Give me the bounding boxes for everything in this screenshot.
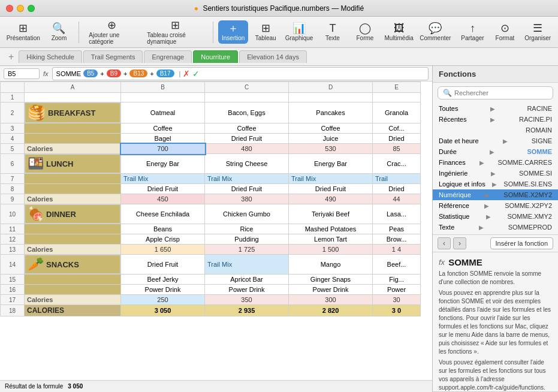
cell-b10[interactable]: Cheese Enchilada (121, 204, 205, 224)
cell-a8[interactable] (25, 184, 121, 194)
cell-c6[interactable]: String Cheese (205, 154, 289, 174)
toolbar-media[interactable]: 🖼 Multimédia (382, 20, 415, 44)
cell-d17-value[interactable]: 300 (289, 295, 373, 305)
formula-cancel-button[interactable]: ✗ (183, 69, 190, 79)
cell-e13-value[interactable]: 1 4 (373, 245, 421, 255)
cell-d10[interactable]: Teriyaki Beef (289, 204, 373, 224)
cell-e8[interactable]: Dried (373, 184, 421, 194)
category-row-statistic[interactable]: Statistique ▶ SOMME.XMY2 (433, 211, 558, 222)
cell-c17-value[interactable]: 350 (205, 295, 289, 305)
grid-container[interactable]: A B C D E 1 (0, 82, 432, 380)
cell-c12[interactable]: Pudding (205, 234, 289, 245)
tab-elevation[interactable]: Elevation 14 days (239, 50, 307, 63)
category-row-reference[interactable]: Référence ▶ SOMME.X2PY2 (433, 200, 558, 211)
cell-a7[interactable] (25, 174, 121, 184)
toolbar-text[interactable]: T Texte (318, 20, 348, 44)
toolbar-add-category[interactable]: ⊕ Ajouter une catégorie (84, 17, 140, 47)
tab-hiking-schedule[interactable]: Hiking Schedule (19, 50, 82, 63)
cell-e17-value[interactable]: 30 (373, 295, 421, 305)
cell-c13-value[interactable]: 1 725 (205, 245, 289, 255)
cell-a16[interactable] (25, 285, 121, 295)
cell-a10-dinner[interactable]: 🍖 DINNER (25, 204, 120, 224)
cell-e7-trail[interactable]: Trail (373, 174, 421, 184)
toolbar-presentation[interactable]: ⊞ Présentation (5, 20, 41, 44)
cell-d8[interactable]: Dried Fruit (289, 184, 373, 194)
category-row-all[interactable]: Toutes ▶ RACINE (433, 103, 558, 114)
toolbar-chart[interactable]: 📊 Graphique (283, 20, 315, 44)
cell-c11[interactable]: Rice (205, 224, 289, 234)
col-header-a[interactable]: A (25, 82, 121, 93)
toolbar-insertion[interactable]: ＋ Insertion (218, 20, 248, 44)
cell-b2[interactable]: Oatmeal (121, 102, 205, 123)
col-header-c[interactable]: C (205, 82, 289, 93)
cell-d13-value[interactable]: 1 500 (289, 245, 373, 255)
cell-d14[interactable]: Mango (289, 255, 373, 275)
cell-c4[interactable]: Dried Fruit (205, 134, 289, 144)
col-header-b[interactable]: B (121, 82, 205, 93)
cell-b18-total[interactable]: 3 050 (121, 305, 205, 316)
cell-b8[interactable]: Dried Fruit (121, 184, 205, 194)
cell-e16[interactable]: Power (373, 285, 421, 295)
toolbar-table[interactable]: ⊞ Tableau (251, 20, 280, 44)
toolbar-format[interactable]: ⊙ Format (490, 20, 520, 44)
tab-engrenage[interactable]: Engrenage (144, 50, 192, 63)
cell-d11-mashed[interactable]: Mashed Potatoes (289, 224, 373, 234)
cell-e5-value[interactable]: 85 (373, 144, 421, 154)
cell-c14-trail[interactable]: Trail Mix (205, 255, 289, 275)
cell-e6[interactable]: Crac... (373, 154, 421, 174)
cell-a11[interactable] (25, 224, 121, 234)
cell-c8[interactable]: Dried Fruit (205, 184, 289, 194)
col-header-d[interactable]: D (289, 82, 373, 93)
cell-c5-value[interactable]: 480 (205, 144, 289, 154)
cell-e4[interactable]: Dried (373, 134, 421, 144)
toolbar-shape[interactable]: ◯ Forme (350, 20, 380, 44)
toolbar-zoom[interactable]: 🔍 Zoom (44, 20, 74, 44)
cell-c7-trail-mix[interactable]: Trail Mix (205, 174, 289, 184)
category-row-logic[interactable]: Logique et infos ▶ SOMME.SI.ENS (433, 179, 558, 189)
search-box[interactable]: 🔍 (438, 86, 553, 99)
formula-confirm-button[interactable]: ✓ (192, 69, 200, 79)
cell-b12[interactable]: Apple Crisp (121, 234, 205, 245)
formula-input[interactable]: SOMME B5 + B9 + B13 + B17 | ✗ ✓ (52, 67, 429, 80)
cell-d7-trail-mix[interactable]: Trail Mix (289, 174, 373, 184)
insert-function-button[interactable]: Insérer la fonction (490, 237, 553, 249)
cell-c1[interactable] (205, 93, 289, 102)
cell-b7-trail-mix[interactable]: Trail Mix (121, 174, 205, 184)
cell-c10[interactable]: Chicken Gumbo (205, 204, 289, 224)
cell-a3[interactable] (25, 123, 121, 134)
nav-prev-button[interactable]: ‹ (438, 237, 451, 249)
cell-b4[interactable]: Bagel (121, 134, 205, 144)
minimize-button[interactable] (17, 5, 24, 12)
cell-d4[interactable]: Juice (289, 134, 373, 144)
cell-a1[interactable] (25, 93, 121, 102)
cell-reference-input[interactable] (4, 68, 40, 79)
cell-c3[interactable]: Coffee (205, 123, 289, 134)
cell-c15[interactable]: Apricot Bar (205, 275, 289, 285)
cell-c2[interactable]: Bacon, Eggs (205, 102, 289, 123)
cell-b11-beans[interactable]: Beans (121, 224, 205, 234)
cell-a14-snacks[interactable]: 🥕 SNACKS (25, 255, 120, 274)
nav-next-button[interactable]: › (453, 237, 466, 249)
cell-b16[interactable]: Power Drink (121, 285, 205, 295)
cell-c18-total[interactable]: 2 935 (205, 305, 289, 316)
add-sheet-button[interactable]: + (5, 50, 17, 64)
category-row-texte[interactable]: Texte ▶ SOMMEPROD (433, 222, 558, 233)
col-header-e[interactable]: E (373, 82, 421, 93)
cell-a13-calories[interactable]: Calories (25, 245, 121, 255)
toolbar-organise[interactable]: ☰ Organiser (522, 20, 553, 44)
cell-b5-value[interactable]: 700 (121, 144, 205, 154)
cell-d3[interactable]: Coffee (289, 123, 373, 134)
cell-a2-breakfast[interactable]: 🥞 BREAKFAST (25, 102, 120, 123)
cell-d18-total[interactable]: 2 820 (289, 305, 373, 316)
cell-a15[interactable] (25, 275, 121, 285)
cell-e18-total[interactable]: 3 0 (373, 305, 421, 316)
category-row-duree[interactable]: Durée ▶ SOMME (433, 146, 558, 157)
category-row-finance[interactable]: Finances ▶ SOMME.CARRES (433, 157, 558, 168)
cell-a9-calories[interactable]: Calories (25, 194, 121, 204)
cell-a17-calories[interactable]: Calories (25, 295, 121, 305)
cell-b9-value[interactable]: 450 (121, 194, 205, 204)
cell-b15[interactable]: Beef Jerky (121, 275, 205, 285)
cell-d9-value[interactable]: 490 (289, 194, 373, 204)
cell-d12[interactable]: Lemon Tart (289, 234, 373, 245)
cell-e2[interactable]: Granola (373, 102, 421, 123)
